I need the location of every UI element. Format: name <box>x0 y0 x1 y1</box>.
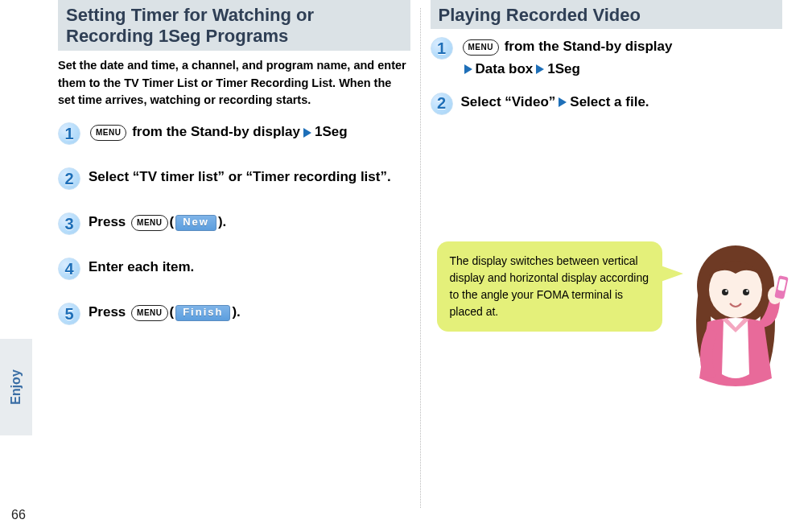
arrow-icon <box>464 64 472 74</box>
screen-button-new-icon: New <box>175 215 216 231</box>
right-column: Playing Recorded Video 1 MENU from the S… <box>421 0 793 532</box>
right-step-2: 2 Select “Video”Select a file. <box>431 91 783 115</box>
left-step-3: 3 Press MENU(New). <box>58 211 410 235</box>
right-step-1: 1 MENU from the Stand-by display Data bo… <box>431 35 783 79</box>
menu-key-icon: MENU <box>131 215 167 231</box>
step-text: Press <box>89 304 130 320</box>
page-number: 66 <box>11 508 26 522</box>
step-text: ( <box>170 304 175 320</box>
step-number: 2 <box>58 167 80 190</box>
step-text: Select “TV timer list” or “Timer recordi… <box>89 166 391 188</box>
tip-callout: The display switches between vertical di… <box>437 241 662 332</box>
step-text: ). <box>232 304 240 320</box>
left-step-5: 5 Press MENU(Finish). <box>58 301 410 325</box>
step-number: 1 <box>58 122 80 145</box>
step-number: 4 <box>58 258 80 280</box>
menu-key-icon: MENU <box>463 39 499 56</box>
step-text: 1Seg <box>547 61 580 76</box>
arrow-icon <box>559 97 567 107</box>
step-text: ). <box>218 214 226 229</box>
mascot-illustration-icon <box>659 237 792 398</box>
arrow-icon <box>536 64 544 74</box>
step-text: Select “Video” <box>461 94 556 109</box>
side-tab: Enjoy <box>0 0 32 532</box>
left-step-2: 2 Select “TV timer list” or “Timer recor… <box>58 166 410 190</box>
step-number: 1 <box>431 37 453 60</box>
arrow-icon <box>303 128 311 138</box>
menu-key-icon: MENU <box>90 125 126 141</box>
step-text: Data box <box>476 61 534 76</box>
step-body: MENU from the Stand-by display Data box1… <box>461 35 673 79</box>
step-body: Press MENU(Finish). <box>89 301 241 323</box>
tip-text: The display switches between vertical di… <box>450 254 649 318</box>
right-heading: Playing Recorded Video <box>431 0 783 29</box>
left-title: Setting Timer for Watching or Recording … <box>66 5 402 47</box>
svg-point-5 <box>746 290 748 292</box>
step-number: 2 <box>431 93 453 115</box>
menu-key-icon: MENU <box>131 305 167 321</box>
step-text: from the Stand-by display <box>128 124 299 139</box>
step-text: from the Stand-by display <box>501 39 672 54</box>
left-column: Setting Timer for Watching or Recording … <box>48 0 420 532</box>
svg-point-3 <box>743 289 749 295</box>
step-text: Press <box>89 214 130 229</box>
left-intro: Set the date and time, a channel, and pr… <box>58 57 410 109</box>
left-step-1: 1 MENU from the Stand-by display1Seg <box>58 121 410 145</box>
screen-button-finish-icon: Finish <box>175 305 230 321</box>
svg-point-4 <box>725 290 728 292</box>
side-tab-label: Enjoy <box>9 369 23 405</box>
svg-point-2 <box>722 289 728 295</box>
side-tab-highlight: Enjoy <box>0 339 32 435</box>
step-text: Select a file. <box>570 94 649 109</box>
step-number: 3 <box>58 212 80 235</box>
step-number: 5 <box>58 303 80 325</box>
step-body: Press MENU(New). <box>89 211 226 233</box>
step-text: Enter each item. <box>89 256 194 278</box>
step-body: Select “Video”Select a file. <box>461 91 649 113</box>
left-step-4: 4 Enter each item. <box>58 256 410 280</box>
left-heading: Setting Timer for Watching or Recording … <box>58 0 410 51</box>
step-body: MENU from the Stand-by display1Seg <box>89 121 348 142</box>
right-title: Playing Recorded Video <box>439 5 775 26</box>
step-text: ( <box>170 214 175 229</box>
step-text: 1Seg <box>315 124 348 139</box>
